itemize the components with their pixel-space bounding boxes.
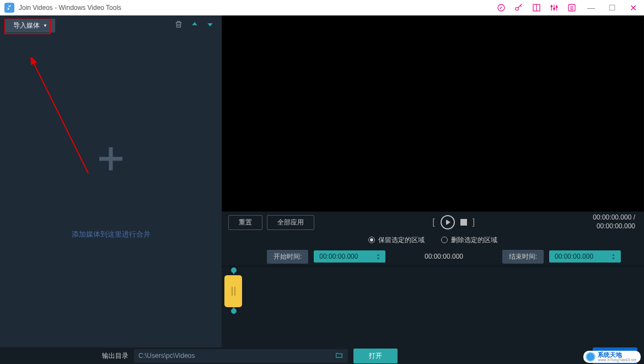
start-time-label: 开始时间:: [267, 250, 308, 264]
svg-point-8: [554, 8, 555, 10]
mark-in-button[interactable]: [: [432, 217, 434, 227]
radio-checked-icon: [368, 237, 375, 243]
timeline-clip-handle[interactable]: [224, 275, 242, 307]
media-hint-text: 添加媒体到这里进行合并: [72, 229, 151, 239]
output-dir-label: 输出目录: [102, 351, 128, 361]
cart-icon[interactable]: [496, 3, 506, 13]
menu-icon[interactable]: [567, 3, 577, 13]
svg-point-7: [551, 6, 552, 7]
stop-button[interactable]: [460, 219, 467, 226]
browse-folder-icon[interactable]: [335, 351, 344, 361]
titlebar-right: — ☐ ✕: [496, 3, 640, 13]
controls-row: 重置 全部应用 [ ] 00:00:00.000 / 00:00:00.000: [222, 212, 644, 233]
import-media-label: 导入媒体: [13, 21, 40, 30]
video-preview[interactable]: [222, 15, 644, 212]
sidebar-toolbar: 导入媒体 ▼: [0, 15, 222, 35]
radio-unchecked-icon: [441, 237, 448, 243]
bottom-bar: 输出目录 C:\Users\pc\Videos 打开 合: [0, 347, 644, 364]
current-time: 00:00:00.000 /: [593, 213, 635, 222]
key-icon[interactable]: [514, 3, 524, 13]
mark-out-button[interactable]: ]: [473, 217, 475, 227]
delete-icon[interactable]: [172, 20, 185, 31]
close-button[interactable]: ✕: [626, 3, 640, 13]
timeline-marker-bottom[interactable]: [230, 307, 237, 314]
titlebar: Join Videos - Windows Video Tools — ☐ ✕: [0, 0, 644, 15]
spinner-icon[interactable]: ▲▼: [376, 253, 380, 260]
region-mode-row: 保留选定的区域 删除选定的区域: [222, 233, 644, 247]
timeline[interactable]: [222, 266, 644, 347]
annotation-arrow: [22, 57, 99, 179]
move-down-icon[interactable]: [204, 20, 216, 30]
timeline-marker-top[interactable]: [230, 267, 237, 274]
start-time-input[interactable]: 00:00:00.000 ▲▼: [314, 250, 385, 263]
keep-region-label: 保留选定的区域: [378, 235, 425, 245]
watermark-url: www.XiTongTianDi.net: [598, 358, 636, 362]
import-media-button[interactable]: 导入媒体 ▼: [6, 19, 55, 33]
remove-region-label: 删除选定的区域: [451, 235, 497, 245]
time-inputs-row: 开始时间: 00:00:00.000 ▲▼ 00:00:00.000 结束时间:…: [222, 247, 644, 266]
keep-region-radio[interactable]: 保留选定的区域: [368, 235, 425, 245]
minimize-button[interactable]: —: [584, 3, 598, 12]
playback-controls: [ ]: [319, 215, 588, 229]
open-button[interactable]: 打开: [353, 349, 398, 363]
maximize-button[interactable]: ☐: [605, 3, 619, 12]
time-display: 00:00:00.000 / 00:00:00.000: [593, 213, 637, 231]
watermark-badge: 系统天地 www.XiTongTianDi.net: [583, 351, 641, 363]
end-time-value: 00:00:00.000: [555, 253, 593, 260]
start-time-value: 00:00:00.000: [319, 253, 358, 260]
spinner-icon[interactable]: ▲▼: [611, 253, 615, 260]
end-time-label: 结束时间:: [502, 250, 544, 264]
remove-region-radio[interactable]: 删除选定的区域: [441, 235, 497, 245]
total-time: 00:00:00.000: [593, 222, 635, 231]
settings-icon[interactable]: [549, 3, 559, 13]
window-title: Join Videos - Windows Video Tools: [19, 4, 121, 12]
reset-button[interactable]: 重置: [228, 215, 262, 230]
sidebar: 导入媒体 ▼ 添加媒体到这里进行合并: [0, 15, 222, 347]
main-area: 导入媒体 ▼ 添加媒体到这里进行合并 重置 全部应用 [: [0, 15, 644, 347]
globe-icon: [586, 352, 595, 362]
apply-all-button[interactable]: 全部应用: [267, 215, 314, 230]
duration-display: 00:00:00.000: [391, 253, 496, 260]
app-icon: [4, 3, 14, 13]
play-button[interactable]: [441, 215, 455, 229]
svg-line-14: [33, 62, 88, 173]
caret-down-icon: ▼: [43, 23, 47, 28]
right-panel: 重置 全部应用 [ ] 00:00:00.000 / 00:00:00.000 …: [222, 15, 644, 347]
svg-point-1: [516, 7, 518, 10]
output-path-field[interactable]: C:\Users\pc\Videos: [134, 349, 348, 363]
output-path-text: C:\Users\pc\Videos: [138, 352, 195, 360]
watermark-title: 系统天地: [598, 352, 636, 358]
media-drop-zone[interactable]: 添加媒体到这里进行合并: [0, 35, 222, 347]
plus-icon: [95, 143, 126, 180]
end-time-input[interactable]: 00:00:00.000 ▲▼: [549, 250, 621, 263]
svg-point-9: [556, 6, 557, 8]
move-up-icon[interactable]: [189, 20, 201, 30]
layout-icon[interactable]: [532, 3, 541, 13]
